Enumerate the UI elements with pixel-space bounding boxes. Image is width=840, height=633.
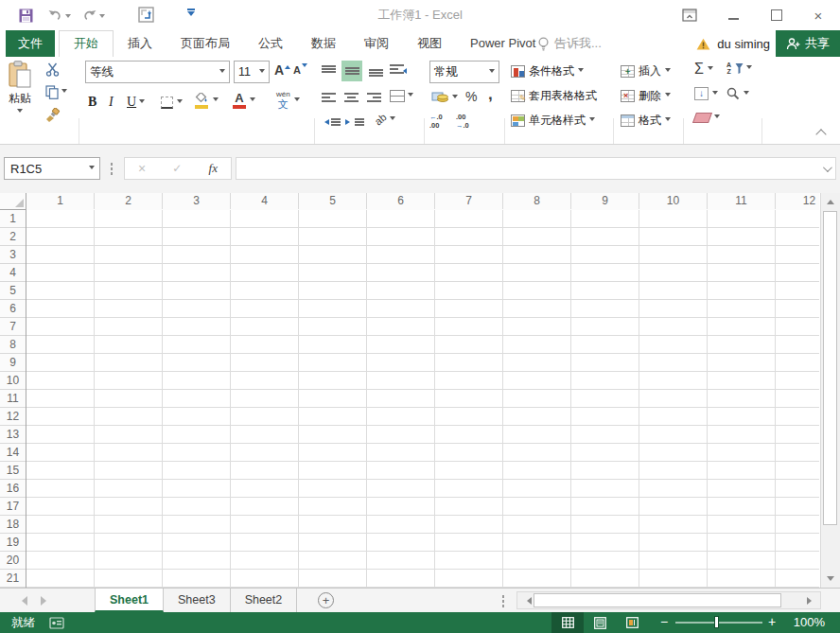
italic-button[interactable]: I (109, 95, 114, 110)
column-header-3[interactable]: 3 (163, 193, 231, 209)
horizontal-scroll-thumb[interactable] (534, 593, 781, 607)
borders-button[interactable] (161, 97, 183, 109)
row-header-19[interactable]: 19 (0, 534, 26, 552)
scroll-down-button[interactable] (822, 571, 839, 586)
row-header-4[interactable]: 4 (0, 264, 26, 282)
file-tab[interactable]: 文件 (6, 30, 55, 57)
user-name[interactable]: du siming (717, 37, 770, 51)
cells-area[interactable] (26, 210, 819, 588)
font-name-combo[interactable]: 等线 (85, 61, 230, 83)
row-header-16[interactable]: 16 (0, 480, 26, 498)
tabstrip-splitter[interactable] (501, 594, 505, 607)
increase-decimal-button[interactable]: ←.0 .00 (429, 114, 443, 130)
sheet-tab-Sheet3[interactable]: Sheet3 (164, 589, 231, 612)
sheet-nav-prev-button[interactable] (17, 596, 23, 606)
autosum-dropdown[interactable] (708, 66, 713, 73)
increase-indent-button[interactable] (345, 116, 364, 128)
borders-dropdown[interactable] (177, 99, 183, 106)
view-normal-button[interactable] (551, 612, 584, 633)
row-header-2[interactable]: 2 (0, 228, 26, 246)
row-header-9[interactable]: 9 (0, 354, 26, 372)
redo-button[interactable] (81, 7, 105, 24)
vertical-scrollbar[interactable] (820, 193, 840, 588)
cancel-button[interactable]: × (138, 161, 146, 176)
align-left-button[interactable] (322, 92, 336, 103)
clear-button[interactable] (694, 113, 720, 123)
conditional-formatting-button[interactable]: 条件格式 (511, 63, 584, 79)
autosum-button[interactable]: Σ (694, 61, 713, 78)
decrease-decimal-button[interactable]: .00 →.0 (456, 114, 469, 130)
insert-function-button[interactable]: fx (209, 161, 218, 176)
close-button[interactable]: × (798, 0, 838, 30)
undo-button[interactable] (47, 7, 71, 24)
minimize-button[interactable] (713, 0, 753, 30)
zoom-in-button[interactable]: + (768, 612, 776, 633)
undo-dropdown[interactable] (65, 14, 71, 21)
row-header-8[interactable]: 8 (0, 336, 26, 354)
row-header-20[interactable]: 20 (0, 552, 26, 570)
row-header-18[interactable]: 18 (0, 516, 26, 534)
sheet-tab-Sheet1[interactable]: Sheet1 (95, 589, 164, 612)
copy-dropdown[interactable] (61, 89, 67, 96)
align-center-button[interactable] (344, 92, 359, 103)
ribbon-tab-视图[interactable]: 视图 (403, 30, 456, 56)
phonetic-guide-button[interactable]: wén 文 (276, 91, 300, 110)
scroll-up-button[interactable] (822, 194, 839, 209)
fill-color-dropdown[interactable] (213, 97, 219, 104)
column-header-11[interactable]: 11 (708, 193, 776, 209)
macro-record-button[interactable] (49, 616, 64, 633)
zoom-out-button[interactable]: − (660, 612, 668, 633)
ribbon-tab-公式[interactable]: 公式 (244, 30, 297, 56)
row-header-14[interactable]: 14 (0, 444, 26, 462)
name-box-splitter[interactable] (110, 162, 114, 175)
cell-styles-button[interactable]: 单元格样式 (511, 113, 595, 129)
find-dropdown[interactable] (744, 91, 749, 97)
column-header-10[interactable]: 10 (639, 193, 708, 209)
name-box[interactable]: R1C5 (4, 157, 100, 180)
accounting-format-button[interactable] (431, 91, 458, 105)
scroll-right-button[interactable] (805, 592, 820, 608)
row-header-10[interactable]: 10 (0, 372, 26, 390)
delete-cells-button[interactable]: × 删除 (621, 88, 671, 104)
row-header-12[interactable]: 12 (0, 408, 26, 426)
zoom-level[interactable]: 100% (794, 612, 825, 633)
merge-center-button[interactable] (390, 90, 413, 102)
zoom-slider-knob[interactable] (714, 616, 719, 628)
fill-button[interactable]: ↓ (694, 87, 718, 100)
sort-filter-button[interactable]: A Z (726, 62, 752, 75)
column-header-7[interactable]: 7 (435, 193, 503, 209)
ribbon-tab-开始[interactable]: 开始 (59, 30, 114, 57)
sort-filter-dropdown[interactable] (746, 65, 752, 72)
share-button[interactable]: 共享 (776, 30, 840, 57)
row-header-7[interactable]: 7 (0, 318, 26, 336)
find-select-button[interactable] (726, 87, 749, 100)
font-size-combo[interactable]: 11 (234, 61, 270, 83)
formula-input[interactable] (236, 157, 836, 180)
decrease-indent-button[interactable] (322, 116, 341, 128)
format-as-table-button[interactable]: ✎ 套用表格格式 (511, 88, 597, 104)
row-header-21[interactable]: 21 (0, 570, 26, 588)
ribbon-tab-数据[interactable]: 数据 (297, 30, 350, 56)
column-header-2[interactable]: 2 (95, 193, 163, 209)
accounting-dropdown[interactable] (452, 95, 458, 101)
touch-mouse-mode-button[interactable] (138, 6, 154, 23)
row-header-5[interactable]: 5 (0, 282, 26, 300)
cut-button[interactable] (45, 62, 60, 77)
column-header-4[interactable]: 4 (231, 193, 299, 209)
row-header-1[interactable]: 1 (0, 210, 26, 228)
phonetic-dropdown[interactable] (294, 97, 300, 104)
row-header-15[interactable]: 15 (0, 462, 26, 480)
delete-dropdown[interactable] (665, 93, 671, 99)
fill-color-button[interactable] (194, 93, 219, 109)
font-color-dropdown[interactable] (250, 97, 255, 104)
fill-dropdown[interactable] (712, 91, 718, 97)
format-cells-button[interactable]: 格式 (621, 113, 671, 129)
align-middle-button[interactable] (341, 61, 362, 81)
cell-styles-dropdown[interactable] (589, 117, 595, 124)
orientation-button[interactable]: ab (375, 114, 395, 125)
redo-dropdown[interactable] (99, 14, 105, 21)
ribbon-tab-页面布局[interactable]: 页面布局 (166, 30, 244, 56)
maximize-button[interactable] (757, 0, 796, 30)
underline-dropdown[interactable] (139, 99, 145, 106)
ribbon-tab-Power Pivot[interactable]: Power Pivot (456, 30, 550, 56)
